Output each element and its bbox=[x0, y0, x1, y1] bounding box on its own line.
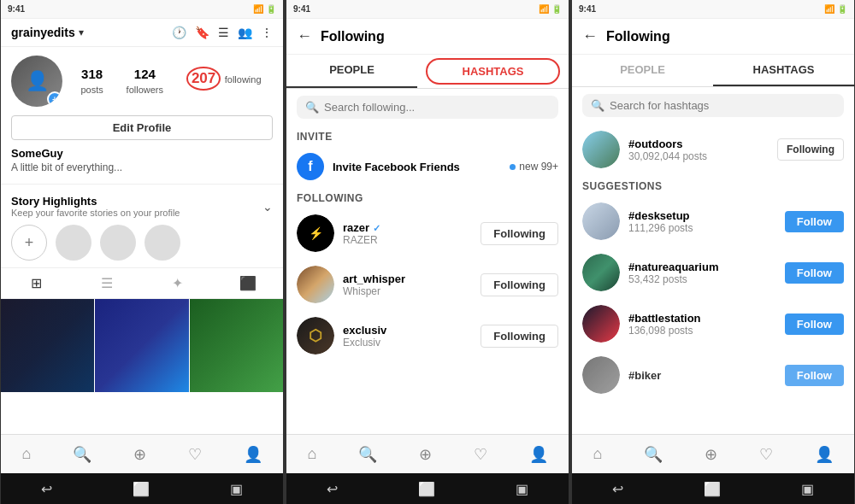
bottom-nav-2: ⌂ 🔍 ⊕ ♡ 👤 bbox=[286, 434, 569, 473]
nature-item: #natureaquarium 53,432 posts Follow bbox=[572, 247, 854, 298]
hashtags-tab-3[interactable]: HASHTAGS bbox=[713, 55, 854, 86]
android-bar-1: ↩ ⬜ ▣ bbox=[1, 473, 283, 504]
time-3: 9:41 bbox=[579, 4, 596, 14]
razer-item: ⚡ razer ✓ RAZER Following bbox=[286, 208, 569, 259]
outdoors-follow-btn[interactable]: Following bbox=[777, 138, 844, 161]
nav-heart-2[interactable]: ♡ bbox=[474, 445, 487, 464]
posts-stat[interactable]: 318 posts bbox=[80, 67, 103, 97]
following-stat[interactable]: 207 following bbox=[186, 67, 262, 97]
igtv-tab[interactable]: ⬛ bbox=[213, 275, 284, 291]
nav-profile-1[interactable]: 👤 bbox=[244, 445, 262, 464]
time-1: 9:41 bbox=[8, 4, 25, 14]
phone3: 9:41 📶🔋 ← Following PEOPLE HASHTAGS 🔍 bbox=[571, 0, 855, 504]
nature-follow-btn[interactable]: Follow bbox=[785, 262, 844, 284]
android-recent-3[interactable]: ▣ bbox=[801, 481, 814, 497]
back-button-2[interactable]: ← bbox=[297, 27, 312, 45]
highlight-1[interactable] bbox=[56, 225, 91, 261]
status-bar-2: 9:41 📶🔋 bbox=[286, 0, 569, 19]
highlight-3[interactable] bbox=[144, 225, 180, 261]
phone1: 9:41 📶🔋 grainyedits ▾ 🕐 🔖 ☰ 👥 ⋮ bbox=[0, 0, 284, 504]
edit-profile-button[interactable]: Edit Profile bbox=[11, 115, 273, 140]
more-icon[interactable]: ⋮ bbox=[261, 26, 273, 39]
grid-tab[interactable]: ⊞ bbox=[1, 275, 72, 291]
bio-section: SomeGuy A little bit of everything... bbox=[1, 147, 283, 180]
biker-info: #biker bbox=[628, 369, 776, 382]
profile-screen: grainyedits ▾ 🕐 🔖 ☰ 👥 ⋮ 👤 + bbox=[1, 19, 283, 434]
people-tab[interactable]: PEOPLE bbox=[286, 55, 417, 88]
search-icon-3: 🔍 bbox=[591, 99, 604, 112]
invite-label: INVITE bbox=[286, 126, 569, 146]
razer-name: razer ✓ bbox=[343, 221, 472, 234]
android-back-3[interactable]: ↩ bbox=[612, 481, 623, 497]
highlights-sub: Keep your favorite stories on your profi… bbox=[11, 208, 180, 218]
posts-label: posts bbox=[80, 85, 103, 95]
outdoors-item: #outdoors 30,092,044 posts Following bbox=[572, 124, 854, 175]
exclusiv-follow-btn[interactable]: Following bbox=[481, 325, 558, 348]
desk-name: #desksetup bbox=[628, 209, 776, 222]
hashtags-tab-circled[interactable]: HASHTAGS bbox=[426, 58, 560, 85]
status-bar-3: 9:41 📶🔋 bbox=[572, 0, 854, 19]
biker-name: #biker bbox=[628, 369, 776, 382]
nav-search-3[interactable]: 🔍 bbox=[644, 445, 663, 464]
nav-add-2[interactable]: ⊕ bbox=[419, 445, 432, 464]
battle-item: #battlestation 136,098 posts Follow bbox=[572, 298, 854, 349]
exclusiv-item: ⬡ exclusiv Exclusiv Following bbox=[286, 310, 569, 361]
android-home-2[interactable]: ⬜ bbox=[418, 481, 435, 497]
nav-add-1[interactable]: ⊕ bbox=[133, 445, 146, 464]
android-back-1[interactable]: ↩ bbox=[41, 481, 52, 497]
android-home-3[interactable]: ⬜ bbox=[704, 481, 721, 497]
search-input-3[interactable] bbox=[610, 99, 835, 112]
bottom-nav-3: ⌂ 🔍 ⊕ ♡ 👤 bbox=[572, 434, 854, 473]
art-follow-btn[interactable]: Following bbox=[481, 273, 558, 296]
following-tabs: PEOPLE HASHTAGS bbox=[286, 55, 569, 89]
photo-2[interactable] bbox=[95, 299, 188, 392]
razer-logo: ⚡ bbox=[309, 226, 323, 240]
nav-heart-1[interactable]: ♡ bbox=[188, 445, 202, 464]
back-button-3[interactable]: ← bbox=[582, 27, 598, 45]
nav-heart-3[interactable]: ♡ bbox=[759, 445, 773, 464]
nav-home-2[interactable]: ⌂ bbox=[307, 445, 316, 463]
nav-home-3[interactable]: ⌂ bbox=[593, 445, 602, 463]
nav-home-1[interactable]: ⌂ bbox=[21, 445, 31, 463]
add-highlight-button[interactable]: + bbox=[11, 225, 47, 261]
photo-1[interactable] bbox=[1, 299, 94, 392]
invite-facebook-item[interactable]: f Invite Facebook Friends new 99+ bbox=[286, 146, 569, 187]
tagged-tab[interactable]: ✦ bbox=[142, 275, 213, 291]
android-recent-2[interactable]: ▣ bbox=[516, 481, 528, 497]
search-bar-2: 🔍 bbox=[297, 96, 558, 119]
nav-search-2[interactable]: 🔍 bbox=[358, 445, 377, 464]
menu-icon[interactable]: ☰ bbox=[218, 26, 229, 39]
nav-search-1[interactable]: 🔍 bbox=[73, 445, 91, 464]
photo-3[interactable] bbox=[190, 299, 283, 392]
outdoors-avatar bbox=[582, 131, 620, 168]
following-section-label: FOLLOWING bbox=[286, 187, 569, 208]
avatar: 👤 + bbox=[11, 56, 62, 107]
battle-follow-btn[interactable]: Follow bbox=[785, 314, 844, 335]
history-icon[interactable]: 🕐 bbox=[172, 26, 186, 39]
razer-follow-btn[interactable]: Following bbox=[481, 222, 558, 245]
desk-follow-btn[interactable]: Follow bbox=[785, 211, 844, 232]
dropdown-icon[interactable]: ▾ bbox=[79, 26, 84, 38]
android-home-1[interactable]: ⬜ bbox=[133, 481, 150, 497]
avatar-plus-icon[interactable]: + bbox=[47, 91, 62, 107]
people-tab-3[interactable]: PEOPLE bbox=[572, 55, 713, 86]
highlight-2[interactable] bbox=[100, 225, 136, 261]
content-tabs: ⊞ ☰ ✦ ⬛ bbox=[1, 267, 283, 299]
bottom-nav-1: ⌂ 🔍 ⊕ ♡ 👤 bbox=[1, 434, 283, 473]
nav-profile-3[interactable]: 👤 bbox=[815, 445, 834, 464]
username-label: grainyedits bbox=[11, 26, 75, 39]
people-icon[interactable]: 👥 bbox=[238, 26, 252, 39]
nav-profile-2[interactable]: 👤 bbox=[529, 445, 548, 464]
biker-follow-btn[interactable]: Follow bbox=[785, 365, 844, 386]
followers-count: 124 bbox=[127, 67, 163, 81]
list-tab[interactable]: ☰ bbox=[72, 275, 143, 291]
highlights-chevron[interactable]: ⌄ bbox=[262, 200, 273, 214]
android-recent-1[interactable]: ▣ bbox=[230, 481, 243, 497]
followers-stat[interactable]: 124 followers bbox=[127, 67, 163, 97]
search-input-2[interactable] bbox=[324, 101, 550, 114]
bookmark-icon[interactable]: 🔖 bbox=[195, 26, 209, 39]
time-2: 9:41 bbox=[293, 4, 310, 14]
nature-info: #natureaquarium 53,432 posts bbox=[628, 261, 776, 285]
android-back-2[interactable]: ↩ bbox=[327, 481, 338, 497]
nav-add-3[interactable]: ⊕ bbox=[705, 445, 717, 464]
